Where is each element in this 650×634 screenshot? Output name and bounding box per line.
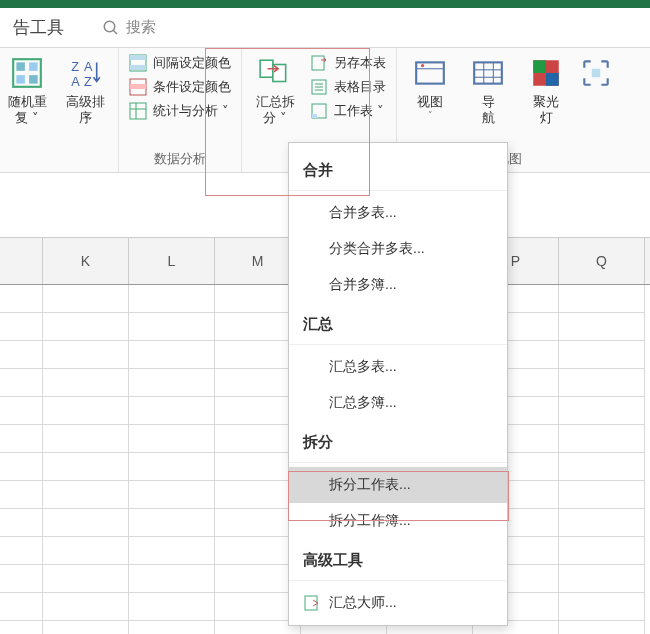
sort-icon: Z A A Z (68, 56, 102, 90)
svg-text:A: A (71, 74, 80, 89)
nav-button[interactable]: 导 航 (465, 54, 511, 127)
svg-rect-3 (16, 62, 25, 71)
summary-split-button[interactable]: 汇总拆 分 ˅ (252, 54, 298, 127)
worksheet-icon (310, 102, 328, 120)
menu-section-split: 拆分 (289, 421, 507, 463)
group-title-data-analysis: 数据分析 (154, 146, 206, 170)
view-icon (413, 56, 447, 90)
toc-icon (310, 78, 328, 96)
random-icon (10, 56, 44, 90)
label: 表格目录 (334, 78, 386, 96)
menu-item-summary-sheets[interactable]: 汇总多表... (289, 349, 507, 385)
saveas-icon (310, 54, 328, 72)
interval-color-button[interactable]: 间隔设定颜色 (129, 54, 231, 72)
selection-button[interactable] (581, 54, 611, 94)
svg-point-0 (104, 21, 115, 32)
svg-rect-27 (312, 114, 317, 118)
label: 间隔设定颜色 (153, 54, 231, 72)
svg-rect-39 (592, 69, 601, 78)
svg-rect-21 (312, 56, 324, 70)
label: 聚光 (533, 94, 559, 110)
advanced-sort-button[interactable]: Z A A Z 高级排 序 (62, 54, 108, 127)
svg-text:A: A (84, 59, 93, 74)
worksheet-button[interactable]: 工作表 ˅ (310, 102, 386, 120)
label: 分 ˅ (263, 110, 287, 126)
grid-color-icon (129, 54, 147, 72)
view-button[interactable]: 视图 ˅ (407, 54, 453, 122)
svg-rect-6 (29, 75, 38, 84)
table-toc-button[interactable]: 表格目录 (310, 78, 386, 96)
search-box[interactable]: 搜索 (102, 18, 156, 37)
label: 复 ˅ (15, 110, 39, 126)
svg-line-1 (113, 30, 117, 34)
label: 另存本表 (334, 54, 386, 72)
tab-row: 告工具 搜索 (0, 8, 650, 48)
spotlight-icon (529, 56, 563, 90)
col-header-q[interactable]: Q (559, 238, 645, 284)
col-header[interactable] (0, 238, 43, 284)
menu-item-split-workbook[interactable]: 拆分工作簿... (289, 503, 507, 539)
svg-rect-15 (130, 84, 146, 89)
svg-rect-37 (533, 60, 546, 73)
summary-split-icon (258, 56, 292, 90)
menu-item-summary-master[interactable]: 汇总大师... (289, 585, 507, 621)
svg-rect-5 (16, 75, 25, 84)
stats-analysis-button[interactable]: 统计与分析 ˅ (129, 102, 231, 120)
menu-section-merge: 合并 (289, 143, 507, 191)
svg-text:Z: Z (84, 74, 92, 89)
menu-section-advanced: 高级工具 (289, 539, 507, 581)
svg-rect-12 (130, 55, 146, 60)
summary-split-menu: 合并 合并多表... 分类合并多表... 合并多簿... 汇总 汇总多表... … (288, 142, 508, 626)
label: 导 (482, 94, 495, 110)
label: 视图 (417, 94, 443, 110)
label: 序 (79, 110, 92, 126)
svg-rect-16 (130, 103, 146, 119)
label: 汇总拆 (256, 94, 295, 110)
master-icon (303, 594, 321, 612)
label: 灯 (540, 110, 553, 126)
chevron-down-icon: ˅ (428, 110, 433, 121)
conditional-color-button[interactable]: 条件设定颜色 (129, 78, 231, 96)
title-bar (0, 0, 650, 8)
label: 随机重 (8, 94, 47, 110)
label: 航 (482, 110, 495, 126)
menu-item-split-sheet[interactable]: 拆分工作表... (289, 467, 507, 503)
search-placeholder: 搜索 (126, 18, 156, 37)
svg-rect-38 (546, 73, 559, 86)
menu-section-summary: 汇总 (289, 303, 507, 345)
save-as-sheet-button[interactable]: 另存本表 (310, 54, 386, 72)
label: 统计与分析 ˅ (153, 102, 229, 120)
svg-rect-28 (416, 62, 444, 83)
selection-icon (579, 56, 613, 90)
svg-point-30 (421, 64, 424, 67)
label: 条件设定颜色 (153, 78, 231, 96)
svg-rect-13 (130, 65, 146, 70)
ribbon-tab-fragment[interactable]: 告工具 (5, 16, 72, 39)
cond-icon (129, 78, 147, 96)
menu-item-summary-workbooks[interactable]: 汇总多簿... (289, 385, 507, 421)
search-icon (102, 19, 120, 37)
spotlight-button[interactable]: 聚光 灯 (523, 54, 569, 127)
nav-icon (471, 56, 505, 90)
menu-item-merge-workbooks[interactable]: 合并多簿... (289, 267, 507, 303)
label: 工作表 ˅ (334, 102, 384, 120)
menu-item-merge-sheets[interactable]: 合并多表... (289, 195, 507, 231)
stats-icon (129, 102, 147, 120)
svg-rect-4 (29, 62, 38, 71)
col-header-k[interactable]: K (43, 238, 129, 284)
svg-text:Z: Z (71, 59, 79, 74)
label: 高级排 (66, 94, 105, 110)
svg-rect-40 (305, 596, 317, 610)
random-repeat-button[interactable]: 随机重 复 ˅ (4, 54, 50, 127)
col-header-l[interactable]: L (129, 238, 215, 284)
menu-item-merge-by-category[interactable]: 分类合并多表... (289, 231, 507, 267)
svg-rect-31 (474, 62, 502, 83)
